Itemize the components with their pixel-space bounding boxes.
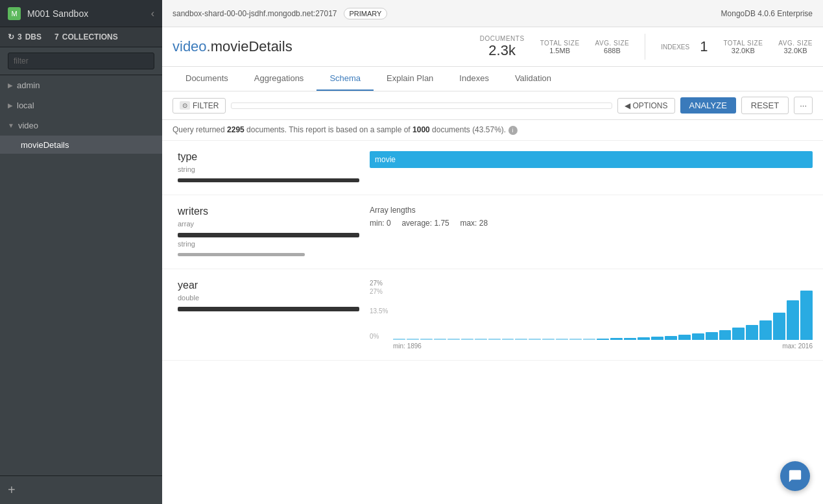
collection-header: video.movieDetails DOCUMENTS 2.3k TOTAL … — [162, 27, 823, 67]
tab-schema[interactable]: Schema — [316, 67, 374, 91]
collections-count: 7 — [54, 32, 59, 42]
field-type-viz: movie — [370, 151, 813, 184]
chart-bar-8 — [502, 339, 514, 340]
sidebar-item-label: admin — [17, 80, 40, 90]
add-database-button[interactable]: + — [8, 483, 16, 498]
documents-value: 2.3k — [488, 42, 516, 59]
filter-input[interactable] — [231, 102, 612, 109]
chart-bar-6 — [475, 339, 487, 340]
chart-bar-11 — [542, 339, 555, 340]
field-type-info: type string — [178, 151, 359, 184]
chart-bar-9 — [515, 339, 527, 340]
mongo-version: MongoDB 4.0.6 Enterprise — [721, 9, 813, 18]
options-label: ◀ OPTIONS — [625, 101, 667, 110]
chart-min: min: 1896 — [393, 342, 422, 350]
chart-pct-high: 27% — [370, 288, 383, 295]
app-title: M001 Sandbox — [27, 8, 88, 19]
chat-icon — [788, 469, 802, 483]
filter-icon: ⊙ — [180, 101, 190, 110]
chart-bar-13 — [569, 339, 582, 340]
total-size-stat: TOTAL SIZE 1.5MB — [540, 40, 580, 54]
chart-bar-26 — [746, 325, 758, 340]
field-year-name: year — [178, 280, 359, 291]
chart-max: max: 2016 — [782, 342, 813, 350]
array-min-label: min: — [370, 219, 387, 228]
info-pre: Query returned — [173, 125, 225, 134]
chart-bar-18 — [638, 337, 650, 340]
chart-bar-4 — [447, 339, 460, 340]
chart-labels: 27% — [370, 280, 813, 287]
field-year: year double 27% 27% 13.5% 0% min — [162, 269, 823, 361]
tab-indexes[interactable]: Indexes — [446, 67, 502, 91]
chart-bar-7 — [488, 339, 501, 340]
avg-size-stat: AVG. SIZE 688B — [595, 40, 630, 54]
sidebar-item-label: local — [17, 101, 34, 110]
indexes-total-size-value: 32.0KB — [732, 47, 755, 54]
field-year-type: double — [178, 294, 359, 302]
array-max-label: max: — [460, 219, 479, 228]
chart-bar-28 — [773, 313, 785, 340]
field-year-info: year double — [178, 280, 359, 350]
array-avg-label: average: — [401, 219, 434, 228]
tab-validation[interactable]: Validation — [502, 67, 564, 91]
more-options-button[interactable]: ··· — [794, 97, 813, 114]
analyze-button[interactable]: ANALYZE — [680, 97, 736, 114]
field-type: type string movie — [162, 141, 823, 195]
sidebar-filter-input[interactable] — [8, 53, 154, 69]
array-max: 28 — [479, 219, 488, 228]
chart-bar-24 — [719, 330, 732, 340]
chat-button[interactable] — [780, 461, 810, 491]
field-type-bar — [178, 178, 359, 182]
sidebar-item-video[interactable]: ▼ video — [0, 115, 162, 136]
collection-stats: DOCUMENTS 2.3k TOTAL SIZE 1.5MB AVG. SIZ… — [480, 34, 813, 60]
expand-icon: ▶ — [8, 82, 13, 89]
app-icon: M — [8, 7, 21, 20]
indexes-avg-size-value: 32.0KB — [784, 47, 807, 54]
filter-button[interactable]: ⊙ FILTER — [173, 98, 226, 114]
field-type-value: movie — [375, 155, 396, 164]
total-size-value: 1.5MB — [549, 47, 570, 54]
field-type-name: type — [178, 151, 359, 163]
indexes-total-size-stat: TOTAL SIZE 32.0KB — [723, 40, 763, 54]
schema-fields: type string movie writers array string — [162, 141, 823, 504]
chart-pct-mid: 13.5% — [370, 307, 388, 315]
tab-documents[interactable]: Documents — [173, 67, 241, 91]
sidebar-item-moviedetails[interactable]: movieDetails 🗑 — [0, 136, 162, 154]
sidebar-item-label: video — [18, 121, 38, 130]
docs-count: 2295 — [227, 125, 245, 134]
total-size-label: TOTAL SIZE — [540, 40, 580, 47]
dbs-label: DBS — [25, 32, 42, 42]
server-address: sandbox-shard-00-00-jsdhf.mongodb.net:27… — [173, 9, 337, 18]
field-type-value-bar: movie — [370, 151, 813, 168]
indexes-avg-size-label: AVG. SIZE — [778, 40, 813, 47]
sidebar-item-admin[interactable]: ▶ admin — [0, 75, 162, 95]
field-writers-viz: Array lengths min: 0 average: 1.75 max: … — [370, 206, 813, 258]
options-button[interactable]: ◀ OPTIONS — [617, 98, 674, 114]
dbs-stat[interactable]: ↻ 3 DBS — [8, 32, 42, 42]
chart-bar-15 — [597, 339, 609, 340]
chart-label-high: 27% — [370, 280, 383, 287]
array-min: 0 — [387, 219, 391, 228]
sidebar-item-local[interactable]: ▶ local — [0, 95, 162, 115]
chart-area: 27% 13.5% 0% — [370, 288, 813, 340]
field-type-label: string — [178, 165, 359, 173]
chart-bar-5 — [461, 339, 473, 340]
field-writers-bar-light — [178, 253, 305, 256]
stat-divider — [645, 34, 645, 60]
sidebar-header: M M001 Sandbox ‹ — [0, 0, 162, 27]
sidebar-stats: ↻ 3 DBS 7 COLLECTIONS — [0, 27, 162, 47]
chart-bar-16 — [610, 338, 623, 340]
tab-explain-plan[interactable]: Explain Plan — [374, 67, 446, 91]
avg-size-label: AVG. SIZE — [595, 40, 630, 47]
reset-button[interactable]: RESET — [741, 97, 789, 114]
chart-bar-0 — [393, 339, 405, 340]
sidebar-toggle[interactable]: ‹ — [151, 8, 154, 19]
chart-bar-1 — [407, 339, 419, 340]
field-writers-name: writers — [178, 206, 359, 217]
chart-bar-12 — [556, 339, 568, 340]
tab-aggregations[interactable]: Aggregations — [241, 67, 317, 91]
chart-bar-2 — [420, 339, 433, 340]
info-icon[interactable]: i — [508, 126, 518, 135]
field-writers-type-array: array — [178, 220, 359, 228]
collection-db: video — [173, 38, 207, 54]
